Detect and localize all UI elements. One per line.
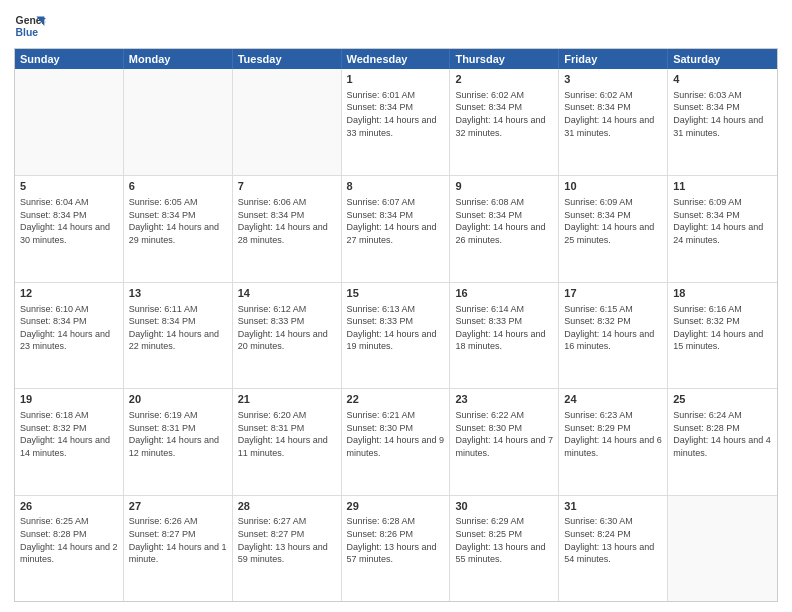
day-number: 11	[673, 179, 772, 194]
cal-cell-4-5: 23Sunrise: 6:22 AMSunset: 8:30 PMDayligh…	[450, 389, 559, 494]
calendar: SundayMondayTuesdayWednesdayThursdayFrid…	[14, 48, 778, 602]
header-day-sunday: Sunday	[15, 49, 124, 69]
day-number: 7	[238, 179, 336, 194]
day-number: 23	[455, 392, 553, 407]
day-number: 1	[347, 72, 445, 87]
day-number: 30	[455, 499, 553, 514]
cell-info: Sunrise: 6:19 AMSunset: 8:31 PMDaylight:…	[129, 409, 227, 459]
cell-info: Sunrise: 6:25 AMSunset: 8:28 PMDaylight:…	[20, 515, 118, 565]
week-row-3: 12Sunrise: 6:10 AMSunset: 8:34 PMDayligh…	[15, 282, 777, 388]
day-number: 17	[564, 286, 662, 301]
cal-cell-1-5: 2Sunrise: 6:02 AMSunset: 8:34 PMDaylight…	[450, 69, 559, 175]
cal-cell-4-2: 20Sunrise: 6:19 AMSunset: 8:31 PMDayligh…	[124, 389, 233, 494]
cal-cell-4-1: 19Sunrise: 6:18 AMSunset: 8:32 PMDayligh…	[15, 389, 124, 494]
day-number: 9	[455, 179, 553, 194]
day-number: 15	[347, 286, 445, 301]
cal-cell-5-7	[668, 496, 777, 601]
cell-info: Sunrise: 6:26 AMSunset: 8:27 PMDaylight:…	[129, 515, 227, 565]
day-number: 25	[673, 392, 772, 407]
cell-info: Sunrise: 6:02 AMSunset: 8:34 PMDaylight:…	[455, 89, 553, 139]
cal-cell-2-5: 9Sunrise: 6:08 AMSunset: 8:34 PMDaylight…	[450, 176, 559, 281]
logo: General Blue	[14, 10, 46, 42]
day-number: 13	[129, 286, 227, 301]
day-number: 3	[564, 72, 662, 87]
week-row-5: 26Sunrise: 6:25 AMSunset: 8:28 PMDayligh…	[15, 495, 777, 601]
cell-info: Sunrise: 6:14 AMSunset: 8:33 PMDaylight:…	[455, 303, 553, 353]
cal-cell-4-7: 25Sunrise: 6:24 AMSunset: 8:28 PMDayligh…	[668, 389, 777, 494]
cal-cell-1-4: 1Sunrise: 6:01 AMSunset: 8:34 PMDaylight…	[342, 69, 451, 175]
cal-cell-4-4: 22Sunrise: 6:21 AMSunset: 8:30 PMDayligh…	[342, 389, 451, 494]
day-number: 14	[238, 286, 336, 301]
cell-info: Sunrise: 6:12 AMSunset: 8:33 PMDaylight:…	[238, 303, 336, 353]
cal-cell-3-2: 13Sunrise: 6:11 AMSunset: 8:34 PMDayligh…	[124, 283, 233, 388]
week-row-2: 5Sunrise: 6:04 AMSunset: 8:34 PMDaylight…	[15, 175, 777, 281]
cell-info: Sunrise: 6:23 AMSunset: 8:29 PMDaylight:…	[564, 409, 662, 459]
cell-info: Sunrise: 6:04 AMSunset: 8:34 PMDaylight:…	[20, 196, 118, 246]
cell-info: Sunrise: 6:30 AMSunset: 8:24 PMDaylight:…	[564, 515, 662, 565]
cal-cell-1-3	[233, 69, 342, 175]
day-number: 29	[347, 499, 445, 514]
cal-cell-3-3: 14Sunrise: 6:12 AMSunset: 8:33 PMDayligh…	[233, 283, 342, 388]
cell-info: Sunrise: 6:05 AMSunset: 8:34 PMDaylight:…	[129, 196, 227, 246]
cell-info: Sunrise: 6:09 AMSunset: 8:34 PMDaylight:…	[564, 196, 662, 246]
cell-info: Sunrise: 6:22 AMSunset: 8:30 PMDaylight:…	[455, 409, 553, 459]
cell-info: Sunrise: 6:27 AMSunset: 8:27 PMDaylight:…	[238, 515, 336, 565]
week-row-1: 1Sunrise: 6:01 AMSunset: 8:34 PMDaylight…	[15, 69, 777, 175]
logo-icon: General Blue	[14, 10, 46, 42]
day-number: 16	[455, 286, 553, 301]
cell-info: Sunrise: 6:02 AMSunset: 8:34 PMDaylight:…	[564, 89, 662, 139]
day-number: 12	[20, 286, 118, 301]
cal-cell-3-6: 17Sunrise: 6:15 AMSunset: 8:32 PMDayligh…	[559, 283, 668, 388]
day-number: 19	[20, 392, 118, 407]
cal-cell-4-6: 24Sunrise: 6:23 AMSunset: 8:29 PMDayligh…	[559, 389, 668, 494]
cal-cell-5-2: 27Sunrise: 6:26 AMSunset: 8:27 PMDayligh…	[124, 496, 233, 601]
cell-info: Sunrise: 6:21 AMSunset: 8:30 PMDaylight:…	[347, 409, 445, 459]
cal-cell-2-6: 10Sunrise: 6:09 AMSunset: 8:34 PMDayligh…	[559, 176, 668, 281]
day-number: 8	[347, 179, 445, 194]
calendar-body: 1Sunrise: 6:01 AMSunset: 8:34 PMDaylight…	[15, 69, 777, 601]
svg-text:Blue: Blue	[16, 27, 39, 38]
week-row-4: 19Sunrise: 6:18 AMSunset: 8:32 PMDayligh…	[15, 388, 777, 494]
day-number: 26	[20, 499, 118, 514]
cell-info: Sunrise: 6:13 AMSunset: 8:33 PMDaylight:…	[347, 303, 445, 353]
cal-cell-5-3: 28Sunrise: 6:27 AMSunset: 8:27 PMDayligh…	[233, 496, 342, 601]
cal-cell-1-7: 4Sunrise: 6:03 AMSunset: 8:34 PMDaylight…	[668, 69, 777, 175]
cal-cell-4-3: 21Sunrise: 6:20 AMSunset: 8:31 PMDayligh…	[233, 389, 342, 494]
header-day-monday: Monday	[124, 49, 233, 69]
cell-info: Sunrise: 6:11 AMSunset: 8:34 PMDaylight:…	[129, 303, 227, 353]
header-day-thursday: Thursday	[450, 49, 559, 69]
day-number: 22	[347, 392, 445, 407]
cell-info: Sunrise: 6:24 AMSunset: 8:28 PMDaylight:…	[673, 409, 772, 459]
cal-cell-2-7: 11Sunrise: 6:09 AMSunset: 8:34 PMDayligh…	[668, 176, 777, 281]
cal-cell-2-3: 7Sunrise: 6:06 AMSunset: 8:34 PMDaylight…	[233, 176, 342, 281]
cal-cell-3-7: 18Sunrise: 6:16 AMSunset: 8:32 PMDayligh…	[668, 283, 777, 388]
day-number: 6	[129, 179, 227, 194]
calendar-header: SundayMondayTuesdayWednesdayThursdayFrid…	[15, 49, 777, 69]
cal-cell-2-2: 6Sunrise: 6:05 AMSunset: 8:34 PMDaylight…	[124, 176, 233, 281]
day-number: 4	[673, 72, 772, 87]
cell-info: Sunrise: 6:01 AMSunset: 8:34 PMDaylight:…	[347, 89, 445, 139]
cell-info: Sunrise: 6:06 AMSunset: 8:34 PMDaylight:…	[238, 196, 336, 246]
header-day-friday: Friday	[559, 49, 668, 69]
cell-info: Sunrise: 6:15 AMSunset: 8:32 PMDaylight:…	[564, 303, 662, 353]
day-number: 24	[564, 392, 662, 407]
cal-cell-1-1	[15, 69, 124, 175]
cell-info: Sunrise: 6:08 AMSunset: 8:34 PMDaylight:…	[455, 196, 553, 246]
day-number: 20	[129, 392, 227, 407]
cal-cell-1-6: 3Sunrise: 6:02 AMSunset: 8:34 PMDaylight…	[559, 69, 668, 175]
cell-info: Sunrise: 6:16 AMSunset: 8:32 PMDaylight:…	[673, 303, 772, 353]
day-number: 27	[129, 499, 227, 514]
day-number: 31	[564, 499, 662, 514]
header-day-saturday: Saturday	[668, 49, 777, 69]
cal-cell-3-4: 15Sunrise: 6:13 AMSunset: 8:33 PMDayligh…	[342, 283, 451, 388]
day-number: 5	[20, 179, 118, 194]
cell-info: Sunrise: 6:28 AMSunset: 8:26 PMDaylight:…	[347, 515, 445, 565]
day-number: 28	[238, 499, 336, 514]
day-number: 21	[238, 392, 336, 407]
cal-cell-3-1: 12Sunrise: 6:10 AMSunset: 8:34 PMDayligh…	[15, 283, 124, 388]
cell-info: Sunrise: 6:03 AMSunset: 8:34 PMDaylight:…	[673, 89, 772, 139]
cal-cell-2-1: 5Sunrise: 6:04 AMSunset: 8:34 PMDaylight…	[15, 176, 124, 281]
day-number: 18	[673, 286, 772, 301]
cell-info: Sunrise: 6:07 AMSunset: 8:34 PMDaylight:…	[347, 196, 445, 246]
cell-info: Sunrise: 6:29 AMSunset: 8:25 PMDaylight:…	[455, 515, 553, 565]
